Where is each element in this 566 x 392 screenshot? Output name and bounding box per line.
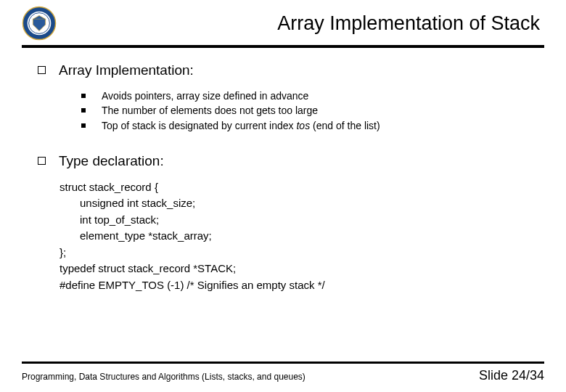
bullet-text: Avoids pointers, array size defined in a… <box>102 89 528 103</box>
institution-seal-logo <box>22 6 57 41</box>
section-heading-1: Array Implementation: <box>38 62 528 78</box>
code-line: struct stack_record { <box>60 179 528 196</box>
code-line: unsigned int stack_size; <box>60 195 528 212</box>
bullet-text: The number of elements does not gets too… <box>102 103 528 118</box>
hollow-square-bullet-icon <box>38 157 46 165</box>
heading-text: Type declaration: <box>59 153 164 169</box>
square-bullet-icon <box>81 108 86 113</box>
slide-content: Array Implementation: Avoids pointers, a… <box>0 48 566 293</box>
heading-text: Array Implementation: <box>59 62 194 78</box>
footer-divider <box>22 362 544 364</box>
slide-title: Array Implementation of Stack <box>57 12 544 35</box>
section-heading-2: Type declaration: <box>38 153 528 169</box>
square-bullet-icon <box>81 94 86 98</box>
code-block: struct stack_record { unsigned int stack… <box>60 179 528 294</box>
sub-bullet-list: Avoids pointers, array size defined in a… <box>81 89 528 133</box>
slide-header: Array Implementation of Stack <box>0 0 566 41</box>
hollow-square-bullet-icon <box>38 66 46 74</box>
list-item: The number of elements does not gets too… <box>81 103 528 118</box>
slide-footer: Programming, Data Structures and Algorit… <box>22 362 544 383</box>
bullet-text: Top of stack is designated by current in… <box>102 118 528 133</box>
list-item: Top of stack is designated by current in… <box>81 118 528 133</box>
code-line: int top_of_stack; <box>60 212 528 229</box>
slide-number: Slide 24/34 <box>479 368 544 383</box>
footer-course-name: Programming, Data Structures and Algorit… <box>22 372 305 382</box>
code-line: element_type *stack_array; <box>60 228 528 245</box>
list-item: Avoids pointers, array size defined in a… <box>81 89 528 103</box>
code-line: }; <box>60 245 528 261</box>
code-line: typedef struct stack_record *STACK; <box>60 261 528 277</box>
footer-row: Programming, Data Structures and Algorit… <box>22 368 544 383</box>
square-bullet-icon <box>81 123 86 128</box>
code-line: #define EMPTY_TOS (-1) /* Signifies an e… <box>60 277 528 294</box>
